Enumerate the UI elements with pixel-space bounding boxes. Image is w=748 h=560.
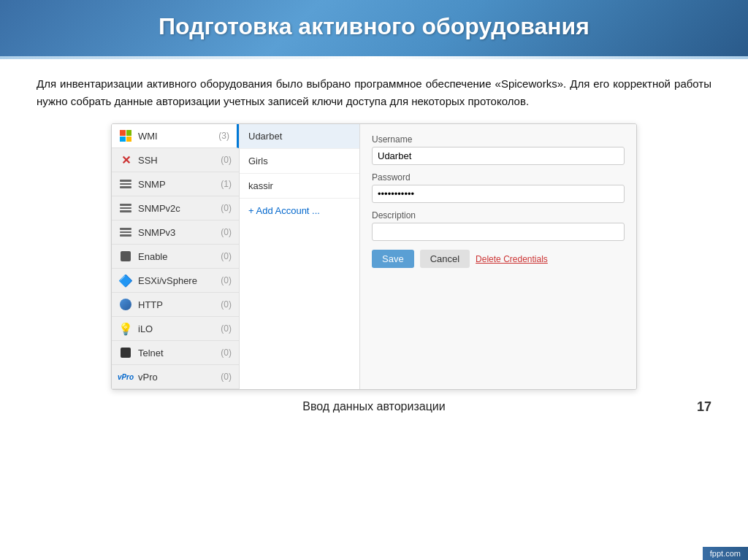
sidebar-count-enable: (0) [221, 251, 232, 261]
cancel-button[interactable]: Cancel [420, 250, 470, 268]
sidebar-item-ssh[interactable]: ✕ SSH (0) [112, 148, 239, 172]
description-label: Description [372, 210, 625, 220]
sidebar-item-ilo[interactable]: 💡 iLO (0) [112, 317, 239, 341]
ssh-icon: ✕ [119, 153, 132, 166]
sidebar-count-snmpv3: (0) [221, 227, 232, 237]
snmpv2c-icon [119, 202, 132, 215]
password-input[interactable] [372, 185, 625, 203]
page-number: 17 [697, 399, 711, 415]
action-buttons: Save Cancel Delete Credentials [372, 250, 625, 268]
sidebar-count-vpro: (0) [221, 372, 232, 382]
http-icon [119, 298, 132, 311]
sidebar-count-telnet: (0) [221, 348, 232, 358]
sidebar-item-snmpv2c[interactable]: SNMPv2c (0) [112, 196, 239, 220]
snmp-icon [119, 177, 132, 191]
sidebar-label-enable: Enable [138, 251, 215, 262]
caption-text: Ввод данных авторизации [302, 400, 445, 413]
sidebar-item-vpro[interactable]: vPro vPro (0) [112, 365, 239, 389]
sidebar-count-snmp: (1) [221, 179, 232, 189]
footer-brand: fppt.com [703, 547, 748, 560]
sidebar-label-snmp: SNMP [138, 179, 215, 190]
page-header: Подготовка активного оборудования [0, 0, 748, 56]
enable-icon [119, 250, 132, 263]
password-label: Password [372, 172, 625, 183]
sidebar-item-telnet[interactable]: Telnet (0) [112, 341, 239, 365]
add-account-button[interactable]: + Add Account ... [240, 199, 359, 223]
telnet-icon [119, 346, 132, 359]
sidebar-count-wmi: (3) [218, 131, 229, 141]
header-divider [0, 56, 748, 59]
caption-row: Ввод данных авторизации 17 [37, 400, 711, 413]
sidebar-count-ilo: (0) [221, 323, 232, 334]
delete-credentials-button[interactable]: Delete Credentials [476, 254, 548, 264]
password-field-group: Password [372, 172, 625, 203]
spiceworks-panel: WMI (3) ✕ SSH (0) SNMP (1) [111, 123, 637, 390]
ilo-icon: 💡 [119, 322, 132, 335]
accounts-list: Udarbet Girls kassir + Add Account ... [240, 124, 360, 389]
sidebar-count-ssh: (0) [221, 155, 232, 165]
sidebar-item-esx[interactable]: 🔷 ESXi/vSphere (0) [112, 269, 239, 293]
username-input[interactable] [372, 147, 625, 165]
sidebar-label-ssh: SSH [138, 155, 215, 166]
account-item-udarbet[interactable]: Udarbet [240, 124, 359, 149]
username-label: Username [372, 134, 625, 145]
sidebar-label-telnet: Telnet [138, 348, 215, 358]
sidebar-label-ilo: iLO [138, 323, 215, 334]
sidebar-count-snmpv2c: (0) [221, 203, 232, 213]
sidebar-item-http[interactable]: HTTP (0) [112, 293, 239, 317]
account-item-kassir[interactable]: kassir [240, 174, 359, 199]
username-field-group: Username [372, 134, 625, 165]
sidebar-label-esx: ESXi/vSphere [138, 275, 215, 286]
description-input[interactable] [372, 223, 625, 241]
intro-paragraph: Для инвентаризации активного оборудовани… [37, 75, 711, 110]
sidebar-item-snmpv3[interactable]: SNMPv3 (0) [112, 220, 239, 245]
save-button[interactable]: Save [372, 250, 414, 268]
sidebar-count-esx: (0) [221, 275, 232, 285]
account-item-girls[interactable]: Girls [240, 149, 359, 174]
protocol-sidebar: WMI (3) ✕ SSH (0) SNMP (1) [112, 124, 240, 389]
sidebar-label-wmi: WMI [138, 131, 213, 142]
sidebar-label-snmpv2c: SNMPv2c [138, 203, 215, 214]
page-title: Подготовка активного оборудования [29, 13, 719, 40]
sidebar-label-vpro: vPro [138, 372, 215, 383]
sidebar-item-enable[interactable]: Enable (0) [112, 245, 239, 269]
credential-detail-panel: Username Password Description Save Cance… [360, 124, 636, 389]
vpro-icon: vPro [119, 370, 132, 383]
snmpv3-icon [119, 226, 132, 239]
sidebar-count-http: (0) [221, 299, 232, 310]
esx-icon: 🔷 [119, 274, 132, 287]
sidebar-label-snmpv3: SNMPv3 [138, 227, 215, 238]
sidebar-item-snmp[interactable]: SNMP (1) [112, 172, 239, 196]
wmi-icon [119, 129, 132, 142]
sidebar-label-http: HTTP [138, 299, 215, 310]
main-content: Для инвентаризации активного оборудовани… [0, 59, 748, 421]
sidebar-item-wmi[interactable]: WMI (3) [112, 124, 239, 148]
description-field-group: Description [372, 210, 625, 241]
